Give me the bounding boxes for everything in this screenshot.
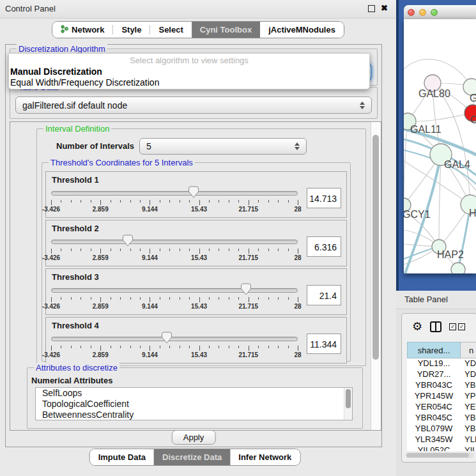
numerical-attributes-list[interactable]: SelfLoopsTopologicalCoefficientBetweenne… [35, 387, 353, 420]
tick-label: 2.859 [93, 254, 109, 261]
slider-thumb[interactable] [188, 186, 199, 198]
number-of-intervals-combobox[interactable]: 5 [139, 138, 307, 155]
table-cell: YDL19... [407, 358, 461, 369]
zoom-traffic-light-icon[interactable] [431, 9, 438, 16]
popup-item-equal-width-frequency[interactable]: Equal Width/Frequency Discretization [10, 77, 159, 88]
combo-arrows-icon [360, 102, 365, 109]
attribute-item-selfloops[interactable]: SelfLoops [36, 388, 352, 399]
tick-mark [100, 346, 101, 351]
tick-mark [100, 249, 101, 254]
tab-style[interactable]: Style [113, 22, 150, 38]
horizontal-scrollbar-thumb[interactable] [406, 453, 469, 457]
tick-mark [169, 200, 170, 203]
gear-icon[interactable]: ⚙ [412, 321, 422, 332]
list-scrollbar-thumb[interactable] [346, 389, 351, 408]
tick-mark [278, 297, 279, 300]
table-data-combobox[interactable]: galFiltered.sif default node [15, 96, 372, 114]
apply-button[interactable]: Apply [172, 430, 216, 445]
tick-mark [268, 297, 269, 300]
tick-mark [91, 297, 91, 300]
slider-track[interactable] [51, 337, 298, 341]
table-row[interactable]: YBR043CYBR0 [407, 380, 476, 391]
tick-mark [288, 200, 289, 203]
select-columns-icon[interactable]: ✓✓ [449, 323, 465, 330]
tab-select[interactable]: Select [150, 22, 191, 38]
tick-mark [268, 200, 269, 203]
slider-tick-labels: -3.4262.8599.14415.4321.71528 [51, 254, 298, 261]
table-row[interactable]: YBL079WYBL0 [407, 424, 476, 434]
network-window-titlebar[interactable] [404, 5, 476, 19]
slider-track[interactable] [51, 191, 298, 196]
tick-label: 2.859 [93, 206, 109, 213]
thresholds-coordinates-group: Threshold's Coordinates for 5 Intervals … [42, 162, 351, 362]
column-header-shared-name[interactable]: shared... [407, 342, 461, 358]
attribute-item-betweennesscentrality[interactable]: BetweennessCentrality [36, 410, 352, 420]
slider-thumb[interactable] [122, 234, 133, 247]
horizontal-scrollbar[interactable] [406, 452, 474, 458]
tick-mark [91, 346, 91, 348]
slider-track[interactable] [51, 240, 298, 244]
tick-mark [258, 346, 259, 348]
tick-label: 28 [294, 206, 301, 213]
column-header-name[interactable]: n [461, 342, 476, 358]
tab-infer-network[interactable]: Infer Network [230, 449, 300, 465]
table-row[interactable]: YLR345WYLR3 [407, 434, 476, 445]
node-label: H [469, 208, 476, 219]
tick-mark [219, 249, 219, 251]
table-row[interactable]: YIL052CYIL0 [407, 445, 476, 451]
table-row[interactable]: YDL19...YDL1 [407, 358, 476, 369]
tick-mark [91, 200, 91, 203]
tab-cyni-toolbox[interactable]: Cyni Toolbox [192, 22, 260, 38]
tick-label: -3.426 [42, 254, 60, 261]
tick-mark [169, 297, 170, 300]
threshold-slider[interactable]: -3.4262.8599.14415.4321.71528 [51, 330, 298, 360]
slider-ticks [51, 346, 298, 351]
threshold-value-field[interactable]: 11.344 [307, 334, 341, 354]
table-row[interactable]: YPR145WYPR1 [407, 391, 476, 402]
close-icon[interactable]: ✖ [381, 3, 388, 13]
network-canvas[interactable]: GAL80GACGAL11GAL4GCY1HHAP2 [404, 19, 476, 273]
tab-impute-data[interactable]: Impute Data [90, 449, 154, 465]
attribute-item-topologicalcoefficient[interactable]: TopologicalCoefficient [36, 399, 352, 410]
tick-mark [298, 200, 298, 205]
threshold-panel: Threshold 3 -3.4262.8599.14415.4321.7152… [45, 268, 347, 315]
close-traffic-light-icon[interactable] [408, 9, 415, 16]
control-panel-titlebar: Control Panel ✖ [0, 0, 396, 19]
tab-network[interactable]: Network [52, 22, 112, 38]
tab-jactivemnodules[interactable]: jActiveMNodules [260, 22, 344, 38]
popup-item-manual-discretization[interactable]: Manual Discretization [10, 66, 102, 77]
tick-mark [51, 249, 52, 254]
tick-mark [219, 346, 219, 348]
slider-track[interactable] [51, 288, 298, 293]
table-row[interactable]: YBR045CYBR0 [407, 413, 476, 424]
slider-thumb[interactable] [240, 283, 251, 295]
float-window-icon[interactable] [368, 5, 375, 12]
threshold-value-field[interactable]: 6.316 [307, 236, 341, 257]
node-label: GAL11 [410, 124, 441, 135]
threshold-slider[interactable]: -3.4262.8599.14415.4321.71528 [51, 185, 298, 214]
node-label: GAL4 [444, 159, 470, 170]
tab-label: Style [121, 25, 141, 35]
tick-mark [199, 249, 200, 254]
table-row[interactable]: YER054CYER0 [407, 402, 476, 413]
threshold-slider[interactable]: -3.4262.8599.14415.4321.71528 [51, 282, 298, 311]
tick-mark [111, 297, 111, 300]
split-columns-icon[interactable] [430, 321, 441, 332]
tick-mark [51, 200, 52, 205]
tick-mark [61, 346, 61, 348]
threshold-value-field[interactable]: 21.4 [307, 285, 341, 305]
list-scrollbar[interactable] [344, 388, 352, 420]
minimize-traffic-light-icon[interactable] [419, 9, 426, 16]
network-node[interactable] [451, 263, 465, 273]
vertical-scrollbar-thumb[interactable] [372, 135, 379, 360]
tick-mark [238, 249, 239, 251]
tick-mark [199, 200, 200, 205]
slider-thumb[interactable] [162, 332, 173, 344]
table-row[interactable]: YDR27...YDR2 [407, 369, 476, 380]
table-toolbar: ⚙ ✓✓ [402, 316, 476, 337]
tick-mark [150, 249, 150, 254]
vertical-scrollbar[interactable] [371, 122, 381, 430]
threshold-value-field[interactable]: 14.713 [307, 188, 341, 208]
threshold-slider[interactable]: -3.4262.8599.14415.4321.71528 [51, 233, 298, 263]
tab-discretize-data[interactable]: Discretize Data [154, 449, 230, 465]
